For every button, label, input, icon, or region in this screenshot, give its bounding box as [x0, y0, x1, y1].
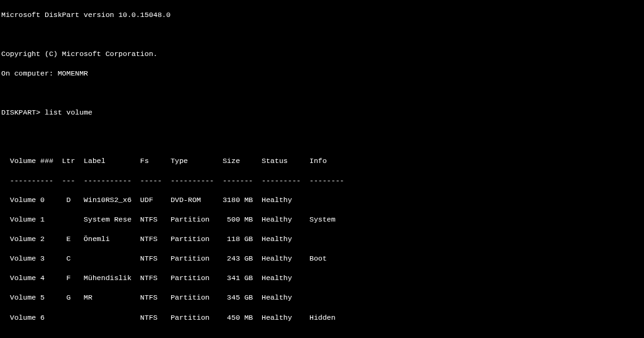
on-computer: On computer: MOMENMR — [1, 69, 643, 79]
diskpart-prompt-1: DISKPART> list volume — [1, 108, 643, 118]
table-row: Volume 2 E Önemli NTFS Partition 118 GB … — [1, 234, 643, 244]
table-row: Volume 1 System Rese NTFS Partition 500 … — [1, 215, 643, 225]
table-divider: ---------- --- ----------- ----- -------… — [1, 176, 643, 186]
table-header: Volume ### Ltr Label Fs Type Size Status… — [1, 156, 643, 166]
table-row: Volume 3 C NTFS Partition 243 GB Healthy… — [1, 254, 643, 264]
volume-table: Volume ### Ltr Label Fs Type Size Status… — [1, 147, 643, 332]
terminal-output[interactable]: Microsoft DiskPart version 10.0.15048.0 … — [0, 0, 644, 338]
table-row: Volume 0 D Win10RS2_x6 UDF DVD-ROM 3180 … — [1, 195, 643, 205]
copyright: Copyright (C) Microsoft Corporation. — [1, 49, 643, 59]
table-row: Volume 6 NTFS Partition 450 MB Healthy H… — [1, 313, 643, 323]
cmd-list-volume: list volume — [45, 108, 92, 116]
table-row: Volume 5 G MR NTFS Partition 345 GB Heal… — [1, 293, 643, 303]
diskpart-version: Microsoft DiskPart version 10.0.15048.0 — [1, 10, 643, 20]
table-row: Volume 4 F Mühendislik NTFS Partition 34… — [1, 273, 643, 283]
